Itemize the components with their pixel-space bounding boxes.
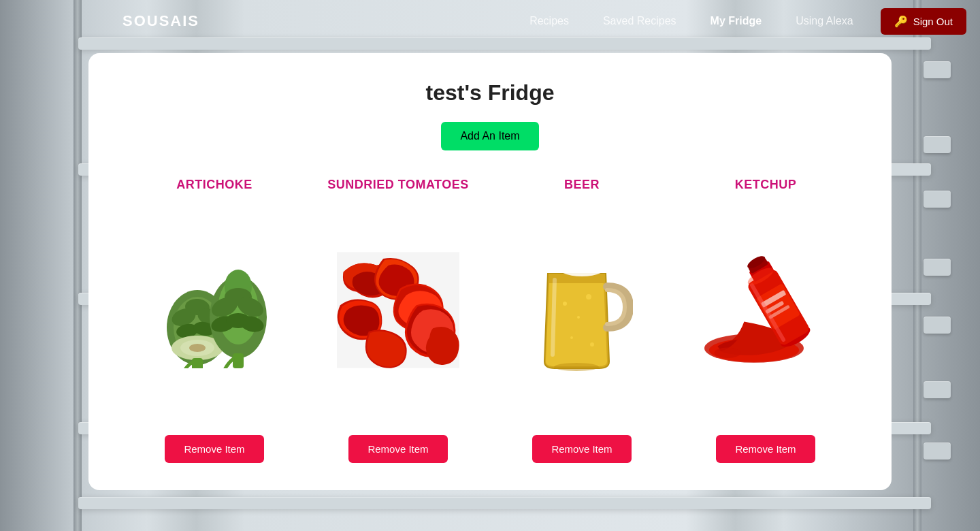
fridge-item-tomatoes: SUNDRIED TOMATOES (323, 178, 473, 463)
artichoke-icon (157, 253, 272, 368)
fridge-button-2 (924, 136, 951, 153)
fridge-button-7 (924, 442, 951, 460)
fridge-card: test's Fridge Add An Item ARTICHOKE (88, 53, 892, 490)
item-image-tomatoes (337, 206, 459, 415)
fridge-item-beer: BEER (507, 178, 657, 463)
nav-recipes[interactable]: Recipes (529, 15, 569, 27)
add-item-button[interactable]: Add An Item (441, 122, 538, 150)
svg-point-29 (570, 336, 573, 339)
svg-point-9 (189, 344, 206, 352)
navbar: SOUSAIS Recipes Saved Recipes My Fridge … (0, 0, 980, 42)
remove-tomatoes-button[interactable]: Remove Item (348, 435, 447, 463)
svg-point-28 (586, 294, 591, 300)
svg-point-25 (587, 257, 604, 268)
svg-point-27 (577, 316, 580, 319)
svg-rect-20 (233, 353, 244, 368)
fridge-button-4 (924, 259, 951, 276)
item-name-beer: BEER (564, 178, 600, 192)
fridge-title: test's Fridge (426, 80, 555, 106)
nav-saved-recipes[interactable]: Saved Recipes (603, 15, 676, 27)
item-name-tomatoes: SUNDRIED TOMATOES (327, 178, 469, 192)
svg-point-44 (715, 347, 741, 358)
fridge-left-rail (74, 0, 82, 531)
tomatoes-icon (337, 251, 459, 370)
fridge-button-6 (924, 381, 951, 398)
fridge-right-rail (913, 0, 921, 531)
svg-point-30 (590, 342, 594, 347)
item-name-ketchup: KETCHUP (735, 178, 797, 192)
item-name-artichoke: ARTICHOKE (176, 178, 252, 192)
fridge-button-5 (924, 317, 951, 334)
fridge-button-3 (924, 191, 951, 208)
svg-point-31 (554, 363, 599, 371)
item-image-ketchup (704, 206, 827, 415)
ketchup-icon (704, 251, 827, 370)
remove-beer-button[interactable]: Remove Item (532, 435, 631, 463)
app-logo: SOUSAIS (122, 12, 199, 30)
fridge-items-grid: ARTICHOKE (122, 178, 858, 463)
fridge-shelf-5 (78, 497, 931, 509)
nav-my-fridge[interactable]: My Fridge (710, 15, 762, 27)
beer-icon (531, 249, 633, 372)
sign-out-button[interactable]: 🔑 Sign Out (881, 8, 966, 35)
item-image-beer (521, 206, 643, 415)
item-image-artichoke (153, 206, 276, 415)
key-icon: 🔑 (894, 15, 908, 28)
svg-point-26 (563, 302, 567, 306)
fridge-item-ketchup: KETCHUP (691, 178, 840, 463)
fridge-button-1 (924, 61, 951, 78)
nav-links: Recipes Saved Recipes My Fridge Using Al… (529, 15, 853, 27)
remove-artichoke-button[interactable]: Remove Item (165, 435, 263, 463)
nav-using-alexa[interactable]: Using Alexa (796, 15, 853, 27)
fridge-item-artichoke: ARTICHOKE (140, 178, 289, 463)
remove-ketchup-button[interactable]: Remove Item (716, 435, 815, 463)
